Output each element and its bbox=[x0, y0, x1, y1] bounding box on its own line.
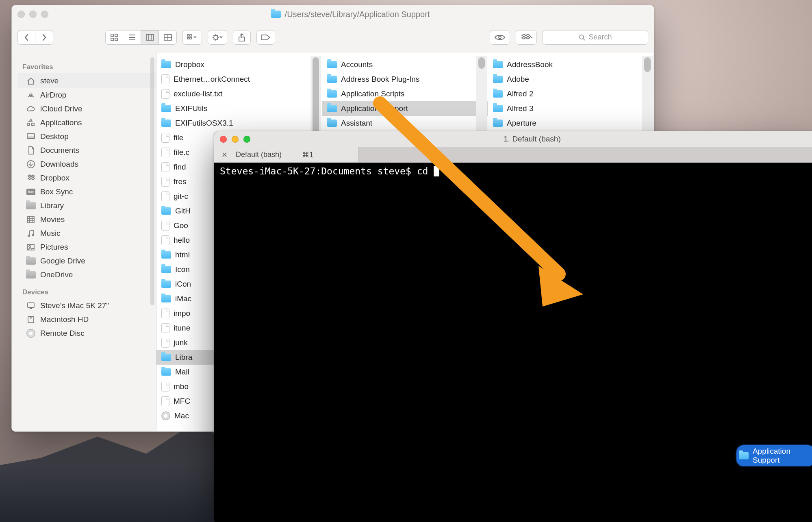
terminal-tab-label: Default (bash) bbox=[236, 150, 282, 159]
terminal-body[interactable]: Steves-iMac-5K-27:Documents steve$ cd Ap… bbox=[214, 163, 812, 522]
sidebar-item[interactable]: Library bbox=[17, 199, 156, 213]
drag-folder-badge[interactable]: Application Support bbox=[736, 445, 812, 466]
sidebar-item-label: iCloud Drive bbox=[40, 104, 82, 113]
cloud-icon bbox=[26, 104, 35, 113]
sidebar-item-label: Dropbox bbox=[40, 174, 69, 183]
folder-icon bbox=[161, 368, 171, 376]
dropbox-toolbar-button[interactable] bbox=[516, 30, 537, 45]
zoom-window-button[interactable] bbox=[41, 11, 48, 18]
column-item[interactable]: AddressBook▶ bbox=[488, 57, 654, 72]
folder-icon bbox=[493, 76, 503, 83]
arrange-button[interactable] bbox=[182, 30, 202, 45]
action-button[interactable] bbox=[208, 30, 227, 45]
icon-view-button[interactable] bbox=[105, 30, 123, 45]
column-item[interactable]: EXIFutilsOSX3.1▶ bbox=[156, 116, 322, 130]
tags-button[interactable] bbox=[256, 30, 275, 45]
sidebar-item[interactable]: Google Drive bbox=[17, 254, 156, 268]
sidebar-item[interactable]: Documents bbox=[17, 144, 156, 157]
search-input[interactable]: Search bbox=[543, 30, 648, 45]
column-item[interactable]: Application Scripts▶ bbox=[322, 87, 488, 101]
finder-toolbar: Search bbox=[12, 22, 654, 53]
quicklook-button[interactable] bbox=[490, 30, 510, 45]
zoom-window-button[interactable] bbox=[243, 136, 250, 143]
sidebar-item[interactable]: Pictures bbox=[17, 240, 156, 254]
sidebar-item[interactable]: A Applications bbox=[17, 116, 156, 130]
sidebar-item[interactable]: Music bbox=[17, 226, 156, 240]
column-item-label: Alfred 2 bbox=[507, 89, 641, 98]
sidebar-item[interactable]: Remote Disc bbox=[17, 326, 156, 340]
sidebar-item[interactable]: box Box Sync bbox=[17, 185, 156, 199]
list-view-button[interactable] bbox=[123, 30, 141, 45]
column-item[interactable]: Alfred 2▶ bbox=[488, 87, 654, 101]
box-icon: box bbox=[26, 187, 35, 196]
sidebar-item[interactable]: AirDrop bbox=[17, 88, 156, 102]
svg-line-21 bbox=[583, 39, 585, 40]
sidebar-item[interactable]: Movies bbox=[17, 213, 156, 226]
column-item[interactable]: Aperture▶ bbox=[488, 116, 654, 130]
terminal-tab[interactable]: ✕ Default (bash) ⌘1 bbox=[214, 150, 321, 159]
sidebar-item[interactable]: steve bbox=[17, 74, 156, 88]
column-view-button[interactable] bbox=[141, 30, 159, 45]
sidebar-item[interactable]: Dropbox bbox=[17, 171, 156, 185]
disc-icon bbox=[26, 329, 35, 338]
close-tab-icon[interactable]: ✕ bbox=[221, 150, 228, 159]
sidebar-item-label: Google Drive bbox=[40, 257, 85, 265]
svg-point-33 bbox=[29, 246, 30, 247]
svg-rect-7 bbox=[146, 35, 154, 40]
svg-text:A: A bbox=[28, 120, 30, 123]
sidebar-item[interactable]: iCloud Drive bbox=[17, 102, 156, 116]
column-item-label: Dropbox bbox=[175, 60, 306, 69]
column-item[interactable]: Assistant▶ bbox=[322, 116, 488, 130]
column-item[interactable]: Accounts▶ bbox=[322, 57, 488, 72]
sidebar-item-label: Music bbox=[40, 229, 61, 238]
sidebar-item-label: Box Sync bbox=[40, 187, 73, 196]
file-icon bbox=[161, 89, 169, 99]
forward-button[interactable] bbox=[35, 30, 53, 45]
sidebar-item[interactable]: OneDrive bbox=[17, 268, 156, 282]
column-item[interactable]: Alfred 3▶ bbox=[488, 101, 654, 116]
column-item[interactable]: exclude-list.txt bbox=[156, 87, 322, 101]
close-window-button[interactable] bbox=[17, 11, 25, 18]
column-item[interactable]: Address Book Plug-Ins▶ bbox=[322, 72, 488, 87]
back-button[interactable] bbox=[17, 30, 35, 45]
file-icon bbox=[161, 74, 169, 84]
sidebar-item[interactable]: Macintosh HD bbox=[17, 313, 156, 326]
search-icon bbox=[579, 34, 585, 41]
sidebar-item[interactable]: Downloads bbox=[17, 157, 156, 171]
sidebar-item[interactable]: Desktop bbox=[17, 130, 156, 144]
column-item-label: Accounts bbox=[341, 60, 475, 69]
apps-icon: A bbox=[26, 118, 35, 127]
sidebar-item[interactable]: Steve’s iMac 5K 27" bbox=[17, 299, 156, 313]
search-placeholder: Search bbox=[588, 33, 612, 41]
imac-icon bbox=[26, 301, 35, 310]
dropbox-icon bbox=[26, 174, 35, 183]
column-item[interactable]: Application Support▶ bbox=[322, 101, 488, 116]
minimize-window-button[interactable] bbox=[29, 11, 37, 18]
view-buttons bbox=[105, 30, 177, 45]
disk-icon bbox=[161, 411, 170, 420]
svg-rect-24 bbox=[27, 134, 35, 139]
column-item[interactable]: EXIFUtils▶ bbox=[156, 101, 322, 116]
terminal-cursor bbox=[434, 166, 439, 176]
svg-point-19 bbox=[499, 36, 501, 39]
terminal-titlebar: 1. Default (bash) bbox=[214, 131, 812, 147]
column-item-label: Address Book Plug-Ins bbox=[341, 75, 475, 84]
share-button[interactable] bbox=[233, 30, 251, 45]
column-item[interactable]: Dropbox✓ bbox=[156, 57, 322, 72]
close-window-button[interactable] bbox=[220, 136, 227, 143]
gallery-view-button[interactable] bbox=[159, 30, 177, 45]
sidebar-item-label: Documents bbox=[40, 146, 79, 155]
minimize-window-button[interactable] bbox=[232, 136, 239, 143]
column-item[interactable]: Adobe▶ bbox=[488, 72, 654, 87]
terminal-tab-bar: ✕ Default (bash) ⌘1 bbox=[214, 147, 812, 163]
folder-icon bbox=[327, 90, 337, 98]
sidebar-item-label: OneDrive bbox=[40, 270, 73, 279]
file-icon bbox=[161, 133, 169, 143]
svg-rect-1 bbox=[115, 34, 117, 37]
column-item-label: Alfred 3 bbox=[507, 104, 641, 113]
sidebar-scrollbar[interactable] bbox=[150, 57, 154, 305]
column-item[interactable]: Ethernet…orkConnect bbox=[156, 72, 322, 87]
column-item-label: exclude-list.txt bbox=[174, 89, 318, 98]
svg-point-20 bbox=[580, 35, 584, 39]
svg-rect-27 bbox=[28, 216, 34, 223]
